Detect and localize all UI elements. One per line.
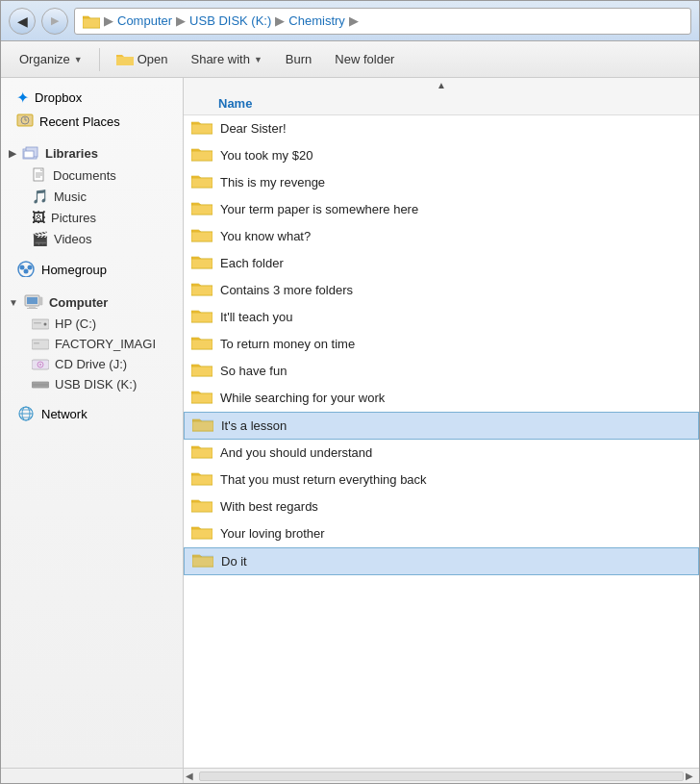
scroll-track[interactable] (199, 771, 684, 781)
folder-icon (191, 226, 212, 246)
folder-icon (192, 551, 213, 571)
table-row[interactable]: Your term paper is somewhere here (184, 196, 699, 223)
file-name-label: While searching for your work (220, 391, 691, 405)
file-name-label: This is my revenge (220, 175, 691, 190)
sidebar-item-cd-drive[interactable]: CD Drive (J:) (1, 354, 183, 374)
table-row[interactable]: Dear Sister! (184, 115, 699, 142)
file-name-label: With best regards (220, 499, 691, 514)
sidebar-spacer-3 (1, 283, 183, 291)
folder-icon (191, 334, 212, 354)
organize-button[interactable]: Organize ▼ (9, 46, 93, 73)
open-button[interactable]: Open (106, 46, 179, 73)
sidebar-spacer-1 (1, 134, 183, 141)
file-list-header[interactable]: Name (184, 92, 699, 115)
folder-icon (191, 361, 212, 381)
scroll-left-btn[interactable]: ◀ (186, 771, 197, 782)
sidebar-item-pictures[interactable]: 🖼 Pictures (1, 207, 183, 228)
sidebar-item-music[interactable]: 🎵 Music (1, 186, 183, 207)
sidebar-pictures-label: Pictures (51, 211, 96, 225)
new-folder-button[interactable]: New folder (324, 46, 405, 73)
folder-icon (191, 172, 212, 192)
file-name-label: So have fun (220, 364, 691, 378)
table-row[interactable]: Contains 3 more folders (184, 277, 699, 304)
folder-icon (191, 280, 212, 300)
file-name-label: To return money on time (220, 337, 691, 351)
sidebar-libraries-label: Libraries (45, 146, 98, 161)
svg-rect-16 (27, 297, 38, 304)
file-name-label: And you should understand (220, 445, 691, 460)
path-separator-4: ▶ (349, 13, 359, 28)
svg-rect-18 (27, 308, 38, 309)
network-icon (16, 405, 36, 422)
sidebar-item-libraries[interactable]: ▶ Libraries (1, 141, 183, 164)
file-name-label: Contains 3 more folders (220, 283, 691, 297)
table-row[interactable]: While searching for your work (184, 385, 699, 412)
table-row[interactable]: With best regards (184, 493, 699, 520)
address-bar: ◀ ▶ ▶ Computer ▶ USB DISK (K:) ▶ Chemist… (1, 1, 699, 41)
sidebar-documents-label: Documents (53, 168, 116, 183)
usb-icon (32, 379, 49, 391)
sidebar-videos-label: Videos (54, 232, 92, 246)
path-usb[interactable]: USB DISK (K:) (189, 13, 271, 28)
sidebar-spacer-2 (1, 249, 183, 257)
svg-rect-35 (192, 419, 213, 431)
table-row[interactable]: That you must return everything back (184, 467, 699, 493)
sidebar-item-dropbox[interactable]: ✦ Dropbox (1, 86, 183, 110)
sidebar-dropbox-label: Dropbox (35, 90, 82, 105)
scroll-right-btn[interactable]: ▶ (686, 771, 697, 782)
folder-icon (191, 253, 212, 273)
sidebar-cd-label: CD Drive (J:) (55, 357, 127, 371)
table-row[interactable]: Your loving brother (184, 520, 699, 547)
burn-button[interactable]: Burn (275, 46, 322, 73)
path-computer[interactable]: Computer (117, 13, 172, 28)
file-list: ▲ Name Dear Sister! You took my $20 This… (184, 78, 699, 768)
folder-icon (191, 388, 212, 408)
hp-drive-icon (32, 317, 49, 331)
file-name-label: Your term paper is somewhere here (220, 202, 691, 216)
table-row[interactable]: It'll teach you (184, 304, 699, 331)
horizontal-scrollbar[interactable]: ◀ ▶ (184, 769, 699, 783)
table-row[interactable]: So have fun (184, 358, 699, 385)
share-with-label: Share with (190, 52, 249, 66)
sidebar-spacer-4 (1, 394, 183, 402)
sidebar-item-hp-c[interactable]: HP (C:) (1, 314, 183, 334)
table-row[interactable]: This is my revenge (184, 169, 699, 196)
table-row[interactable]: You know what? (184, 223, 699, 250)
share-dropdown-icon: ▼ (254, 55, 262, 64)
sidebar-item-homegroup[interactable]: Homegroup (1, 257, 183, 283)
sidebar-item-factory-image[interactable]: FACTORY_IMAGI (1, 334, 183, 354)
path-separator-2: ▶ (176, 13, 186, 28)
music-icon: 🎵 (32, 189, 48, 204)
file-name-label: Each folder (220, 256, 691, 270)
file-name-label: That you must return everything back (220, 472, 691, 487)
libraries-icon (22, 145, 39, 161)
svg-rect-17 (29, 306, 36, 308)
table-row[interactable]: Each folder (184, 250, 699, 277)
sidebar-item-usb-disk[interactable]: USB DISK (K:) (1, 374, 183, 394)
table-row[interactable]: Do it (184, 547, 699, 575)
file-name-label: You know what? (220, 229, 691, 243)
open-label: Open (138, 52, 168, 66)
file-name-label: Dear Sister! (220, 121, 691, 136)
sidebar-item-computer[interactable]: ▼ Computer (1, 291, 183, 314)
burn-label: Burn (286, 52, 312, 66)
sidebar-computer-label: Computer (49, 295, 108, 310)
sidebar-item-videos[interactable]: 🎬 Videos (1, 228, 183, 249)
up-scroll-indicator[interactable]: ▲ (184, 78, 699, 92)
back-button[interactable]: ◀ (9, 8, 36, 35)
sidebar-item-documents[interactable]: Documents (1, 164, 183, 186)
path-chemistry[interactable]: Chemistry (288, 13, 345, 28)
table-row[interactable]: You took my $20 (184, 142, 699, 169)
table-row[interactable]: And you should understand (184, 440, 699, 467)
table-row[interactable]: It's a lesson (184, 412, 699, 440)
svg-point-27 (39, 364, 41, 366)
file-name-label: You took my $20 (220, 148, 691, 163)
name-column-header: Name (218, 96, 252, 111)
sidebar-item-network[interactable]: Network (1, 402, 183, 425)
sidebar-network-label: Network (41, 407, 88, 421)
sidebar-item-recent-places[interactable]: Recent Places (1, 110, 183, 134)
share-with-button[interactable]: Share with ▼ (180, 46, 272, 73)
table-row[interactable]: To return money on time (184, 331, 699, 358)
address-path[interactable]: ▶ Computer ▶ USB DISK (K:) ▶ Chemistry ▶ (74, 8, 691, 35)
forward-button[interactable]: ▶ (41, 8, 68, 35)
